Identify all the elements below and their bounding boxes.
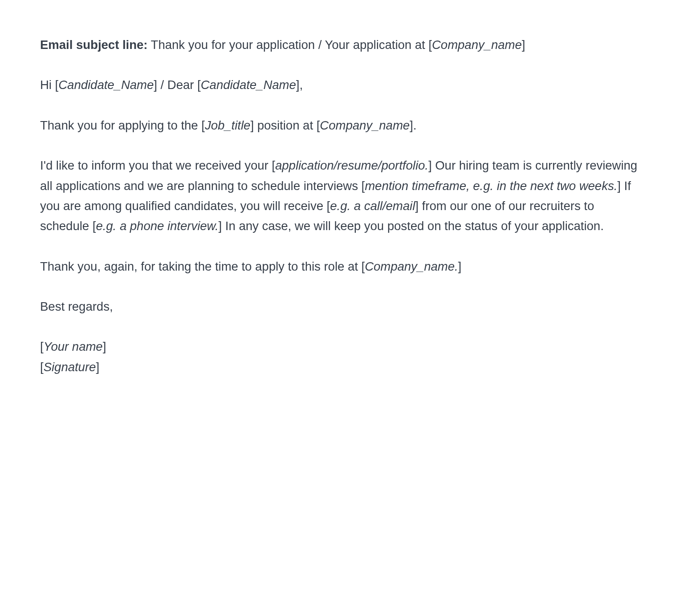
regards-paragraph: Best regards,: [40, 296, 644, 316]
greeting-t1: Hi [: [40, 78, 58, 92]
p6-t1: [: [40, 340, 44, 353]
p3-t5: ] In any case, we will keep you posted o…: [219, 219, 604, 233]
body-paragraph: I'd like to inform you that we received …: [40, 155, 644, 236]
signature-placeholder: Signature: [44, 360, 96, 374]
thank-you-paragraph: Thank you for applying to the [Job_title…: [40, 115, 644, 135]
subject-line-paragraph: Email subject line: Thank you for your a…: [40, 35, 644, 55]
subject-text-before: Thank you for your application / Your ap…: [147, 38, 432, 52]
your-name-placeholder: Your name: [44, 340, 103, 353]
p3-t1: I'd like to inform you that we received …: [40, 158, 275, 172]
job-title-placeholder: Job_title: [205, 118, 250, 132]
candidate-name-placeholder: Candidate_Name: [201, 78, 296, 92]
subject-label: Email subject line:: [40, 38, 147, 52]
p5-t1: Best regards,: [40, 300, 113, 313]
company-name-placeholder: Company_name.: [365, 259, 458, 273]
p2-t1: Thank you for applying to the [: [40, 118, 205, 132]
signature-line: [Signature]: [40, 357, 644, 377]
your-name-line: [Your name]: [40, 336, 644, 357]
p6-t4: ]: [96, 360, 99, 374]
p2-t2: ] position at [: [250, 118, 320, 132]
candidate-name-placeholder: Candidate_Name: [58, 78, 154, 92]
p2-t3: ].: [410, 118, 416, 132]
greeting-t3: ],: [296, 78, 303, 92]
p4-t2: ]: [458, 259, 462, 273]
subject-text-after: ]: [522, 38, 525, 52]
signature-paragraph: [Your name] [Signature]: [40, 336, 644, 377]
interview-type-placeholder: e.g. a phone interview.: [96, 219, 218, 233]
p4-t1: Thank you, again, for taking the time to…: [40, 259, 365, 273]
greeting-paragraph: Hi [Candidate_Name] / Dear [Candidate_Na…: [40, 75, 644, 95]
p6-t2: ]: [103, 340, 106, 353]
greeting-t2: ] / Dear [: [154, 78, 200, 92]
closing-thank-you-paragraph: Thank you, again, for taking the time to…: [40, 256, 644, 276]
application-placeholder: application/resume/portfolio.: [275, 158, 428, 172]
timeframe-placeholder: mention timeframe, e.g. in the next two …: [365, 179, 617, 193]
company-name-placeholder: Company_name: [320, 118, 410, 132]
p6-t3: [: [40, 360, 44, 374]
contact-method-placeholder: e.g. a call/email: [330, 199, 415, 213]
company-name-placeholder: Company_name: [432, 38, 522, 52]
